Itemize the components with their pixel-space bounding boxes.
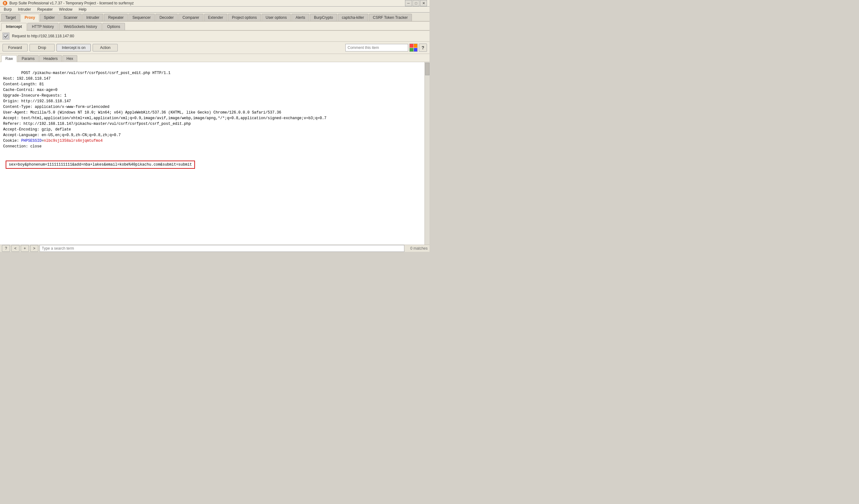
drop-button[interactable]: Drop — [30, 44, 55, 51]
menu-window[interactable]: Window — [57, 6, 75, 12]
editor-tab-raw[interactable]: Raw — [1, 55, 17, 62]
editor-tab-params[interactable]: Params — [18, 55, 39, 62]
bottom-bar: ? < + > 0 matches — [0, 245, 430, 252]
color-picker[interactable] — [409, 44, 418, 52]
subtab-options[interactable]: Options — [102, 23, 125, 30]
forward-button[interactable]: Forward — [2, 44, 28, 51]
tab-extender[interactable]: Extender — [204, 14, 227, 21]
color-red[interactable] — [410, 44, 413, 48]
tab-user-options[interactable]: User options — [261, 14, 291, 21]
scrollbar[interactable] — [424, 62, 430, 245]
tab-alerts[interactable]: Alerts — [291, 14, 309, 21]
question-nav-button[interactable]: ? — [2, 245, 10, 252]
tab-intruder[interactable]: Intruder — [82, 14, 103, 21]
comment-input[interactable] — [345, 44, 408, 51]
tab-scanner[interactable]: Scanner — [59, 14, 81, 21]
top-tab-bar: Target Proxy Spider Scanner Intruder Rep… — [0, 13, 430, 22]
menu-burp[interactable]: Burp — [1, 6, 14, 12]
http-content-area[interactable]: POST /pikachu-master/vul/csrf/csrfpost/c… — [0, 62, 430, 245]
tab-captcha-killer[interactable]: captcha-killer — [338, 14, 368, 21]
help-button[interactable]: ? — [419, 44, 427, 52]
intercept-toggle-button[interactable]: Intercept is on — [57, 44, 91, 51]
tab-decoder[interactable]: Decoder — [155, 14, 178, 21]
sub-tab-bar: Intercept HTTP history WebSockets histor… — [0, 22, 430, 31]
matches-label: 0 matches — [406, 246, 427, 251]
request-label: Request to http://192.168.118.147:80 — [12, 34, 427, 38]
color-green[interactable] — [410, 48, 413, 52]
app-icon: B — [2, 1, 7, 6]
tab-spider[interactable]: Spider — [40, 14, 59, 21]
tab-target[interactable]: Target — [1, 14, 20, 21]
tab-project-options[interactable]: Project options — [228, 14, 261, 21]
color-blue[interactable] — [414, 48, 418, 52]
svg-text:B: B — [4, 2, 6, 5]
menu-intruder[interactable]: Intruder — [15, 6, 33, 12]
button-bar: Forward Drop Intercept is on Action ? — [0, 42, 430, 54]
minimize-button[interactable]: ─ — [405, 0, 412, 6]
tab-sequencer[interactable]: Sequencer — [129, 14, 155, 21]
tab-repeater[interactable]: Repeater — [104, 14, 127, 21]
prev-button[interactable]: < — [11, 245, 19, 252]
tab-proxy[interactable]: Proxy — [20, 14, 39, 22]
editor-tab-bar: Raw Params Headers Hex — [0, 54, 430, 62]
menu-bar: Burp Intruder Repeater Window Help — [0, 6, 430, 13]
http-headers: POST /pikachu-master/vul/csrf/csrfpost/c… — [1, 63, 429, 156]
post-body: sex=boy&phonenum=11111111111&add=nba+lak… — [6, 161, 195, 169]
color-orange[interactable] — [414, 44, 418, 48]
tab-csrf-token-tracker[interactable]: CSRF Token Tracker — [369, 14, 412, 21]
editor-tab-hex[interactable]: Hex — [62, 55, 77, 62]
search-input[interactable] — [40, 245, 404, 252]
next-button[interactable]: > — [30, 245, 38, 252]
intercept-info-bar: Request to http://192.168.118.147:80 — [0, 31, 430, 42]
close-button[interactable]: ✕ — [420, 0, 427, 6]
subtab-intercept[interactable]: Intercept — [1, 23, 27, 31]
tab-comparer[interactable]: Comparer — [178, 14, 203, 21]
tab-burpcrypto[interactable]: BurpCrypto — [310, 14, 337, 21]
editor-tab-headers[interactable]: Headers — [39, 55, 62, 62]
subtab-http-history[interactable]: HTTP history — [27, 23, 59, 30]
intercept-icon — [2, 33, 10, 40]
window-title: Burp Suite Professional v1.7.37 - Tempor… — [10, 1, 134, 5]
menu-repeater[interactable]: Repeater — [35, 6, 55, 12]
menu-help[interactable]: Help — [76, 6, 89, 12]
subtab-websockets-history[interactable]: WebSockets history — [59, 23, 102, 30]
add-button[interactable]: + — [21, 245, 29, 252]
action-button[interactable]: Action — [93, 44, 118, 51]
scrollbar-thumb[interactable] — [425, 63, 430, 75]
maximize-button[interactable]: □ — [412, 0, 420, 6]
